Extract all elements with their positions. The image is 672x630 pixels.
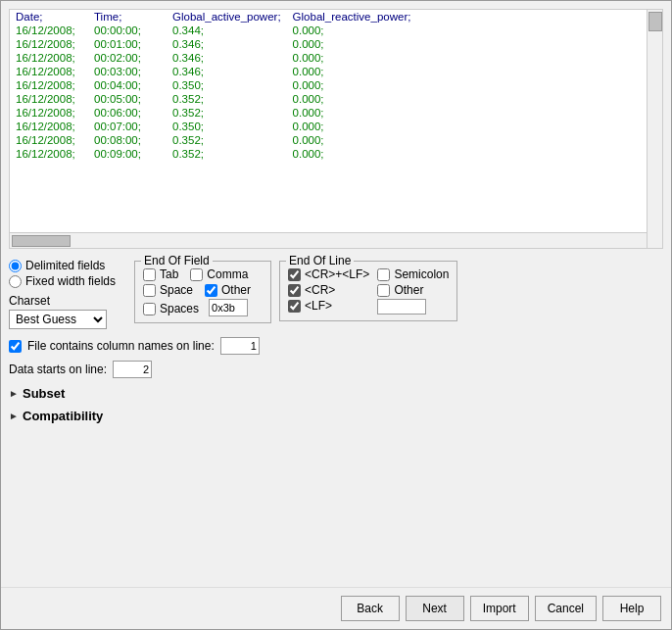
lf-label: <LF> — [305, 299, 332, 313]
other-eof-checkbox[interactable] — [205, 284, 217, 297]
eol-other-label: Other — [394, 283, 423, 297]
table-row: 16/12/2008;00:07:00;0.350;0.000; — [10, 120, 416, 133]
data-starts-row: Data starts on line: — [9, 361, 663, 378]
semicolon-check-item[interactable]: Semicolon — [377, 267, 449, 281]
options-row: Delimited fields Fixed width fields Char… — [9, 257, 663, 329]
data-starts-label: Data starts on line: — [9, 363, 107, 376]
eol-columns: <CR>+<LF> <CR> <LF> — [288, 266, 449, 315]
end-of-line-group: End Of Line <CR>+<LF> <CR> < — [279, 261, 457, 321]
compatibility-collapsible[interactable]: ► Compatibility — [9, 409, 663, 423]
eof-row3: Spaces — [143, 299, 263, 316]
end-of-field-group: End Of Field Tab Comma Space — [134, 261, 271, 323]
other-check-item[interactable]: Other — [205, 283, 251, 297]
table-row: 16/12/2008;00:06:00;0.352;0.000; — [10, 106, 416, 120]
end-of-field-title: End Of Field — [141, 254, 213, 267]
table-row: 16/12/2008;00:05:00;0.352;0.000; — [10, 92, 416, 106]
comma-checkbox[interactable] — [190, 268, 203, 281]
other-eof-label: Other — [221, 283, 251, 297]
eol-other-input[interactable] — [377, 299, 426, 315]
space-label: Space — [160, 283, 193, 297]
preview-area: Date;Time;Global_active_power;Global_rea… — [9, 9, 663, 249]
charset-label: Charset — [9, 294, 126, 308]
fixed-label: Fixed width fields — [25, 274, 116, 288]
eol-col2: Semicolon Other — [377, 266, 449, 315]
charset-section: Charset Best Guess — [9, 294, 126, 329]
eol-other-input-wrap — [377, 299, 449, 315]
field-type-group: Delimited fields Fixed width fields Char… — [9, 257, 126, 329]
other-eof-input[interactable] — [209, 299, 248, 316]
preview-scroll[interactable]: Date;Time;Global_active_power;Global_rea… — [10, 10, 662, 248]
crlf-label: <CR>+<LF> — [305, 267, 369, 281]
delimited-radio-item[interactable]: Delimited fields — [9, 259, 126, 272]
crlf-check-item[interactable]: <CR>+<LF> — [288, 267, 369, 281]
lf-check-item[interactable]: <LF> — [288, 299, 369, 313]
space-check-item[interactable]: Space — [143, 283, 193, 297]
subset-expand-icon: ► — [9, 389, 19, 399]
button-bar: Back Next Import Cancel Help — [1, 587, 671, 629]
comma-label: Comma — [207, 267, 248, 281]
delimited-label: Delimited fields — [25, 259, 105, 272]
cr-checkbox[interactable] — [288, 284, 301, 297]
eof-row2: Space Other — [143, 281, 263, 297]
horizontal-scrollbar[interactable] — [10, 232, 647, 248]
next-button[interactable]: Next — [406, 596, 464, 621]
eof-row1: Tab Comma — [143, 266, 263, 281]
scrollbar-thumb-h — [12, 235, 71, 247]
tab-label: Tab — [160, 267, 178, 281]
semicolon-label: Semicolon — [394, 267, 449, 281]
import-button[interactable]: Import — [470, 596, 529, 621]
fixed-radio[interactable] — [9, 275, 22, 288]
eol-other-checkbox[interactable] — [377, 284, 390, 297]
table-row: 16/12/2008;00:09:00;0.352;0.000; — [10, 147, 416, 161]
comma-check-item[interactable]: Comma — [190, 267, 248, 281]
tab-checkbox[interactable] — [143, 268, 156, 281]
charset-select[interactable]: Best Guess — [9, 310, 107, 329]
help-button[interactable]: Help — [602, 596, 661, 621]
table-row: 16/12/2008;00:02:00;0.346;0.000; — [10, 51, 416, 65]
subset-label: Subset — [23, 386, 65, 401]
spaces-check-item[interactable]: Spaces — [143, 302, 199, 315]
controls-area: Delimited fields Fixed width fields Char… — [1, 253, 671, 587]
table-row: 16/12/2008;00:04:00;0.350;0.000; — [10, 78, 416, 92]
column-names-label: File contains column names on line: — [27, 339, 215, 353]
cr-label: <CR> — [305, 283, 335, 297]
space-checkbox[interactable] — [143, 284, 156, 297]
header-row: Date;Time;Global_active_power;Global_rea… — [10, 10, 416, 24]
cr-check-item[interactable]: <CR> — [288, 283, 369, 297]
eol-col1: <CR>+<LF> <CR> <LF> — [288, 266, 369, 315]
data-starts-input[interactable] — [113, 361, 152, 378]
spaces-checkbox[interactable] — [143, 303, 156, 315]
vertical-scrollbar[interactable] — [647, 10, 662, 248]
tab-check-item[interactable]: Tab — [143, 267, 178, 281]
fixed-radio-item[interactable]: Fixed width fields — [9, 274, 126, 288]
eol-other-check-item[interactable]: Other — [377, 283, 449, 297]
table-row: 16/12/2008;00:00:00;0.344;0.000; — [10, 24, 416, 37]
import-dialog: Date;Time;Global_active_power;Global_rea… — [0, 0, 672, 630]
preview-table: Date;Time;Global_active_power;Global_rea… — [10, 10, 416, 161]
crlf-checkbox[interactable] — [288, 268, 301, 281]
scrollbar-thumb-v — [648, 12, 662, 31]
table-row: 16/12/2008;00:01:00;0.346;0.000; — [10, 37, 416, 51]
radio-group: Delimited fields Fixed width fields — [9, 257, 126, 288]
lf-checkbox[interactable] — [288, 300, 301, 313]
column-names-checkbox[interactable] — [9, 340, 22, 353]
cancel-button[interactable]: Cancel — [535, 596, 597, 621]
compatibility-label: Compatibility — [23, 409, 103, 423]
table-row: 16/12/2008;00:03:00;0.346;0.000; — [10, 65, 416, 78]
back-button[interactable]: Back — [341, 596, 400, 621]
column-names-row: File contains column names on line: — [9, 337, 663, 355]
delimited-radio[interactable] — [9, 260, 22, 272]
table-row: 16/12/2008;00:08:00;0.352;0.000; — [10, 133, 416, 147]
semicolon-checkbox[interactable] — [377, 268, 390, 281]
end-of-line-title: End Of Line — [286, 254, 354, 267]
subset-collapsible[interactable]: ► Subset — [9, 386, 663, 401]
spaces-label: Spaces — [160, 302, 199, 315]
compatibility-expand-icon: ► — [9, 412, 19, 421]
column-names-input[interactable] — [220, 337, 260, 355]
